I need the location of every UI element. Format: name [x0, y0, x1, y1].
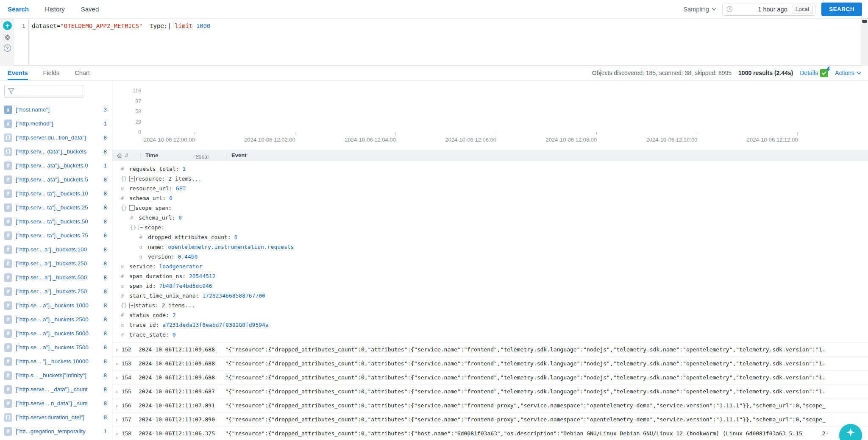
field-list-item[interactable]: α["host.name"]3: [4, 103, 112, 117]
row-event-json: "{"resource":{"dropped_attributes_count"…: [225, 388, 868, 395]
detail-tree-line: αversion: 0.44b0: [112, 252, 868, 262]
detail-value: loadgenerator: [159, 263, 202, 270]
timezone-column-dropdown[interactable]: Local: [195, 152, 200, 159]
field-count: 8: [103, 386, 107, 393]
field-list-item[interactable]: #["http.serv... ata"]._buckets.58: [4, 173, 112, 187]
sampling-label: Sampling: [684, 6, 709, 13]
detail-key: requests_total:: [129, 166, 182, 172]
field-count: 8: [103, 288, 107, 295]
expand-chevron-icon[interactable]: ›: [116, 402, 122, 409]
x-axis-tick: [797, 132, 798, 135]
expand-chevron-icon[interactable]: ›: [116, 430, 122, 437]
field-list-item[interactable]: #["http.ser... a"]._buckets.5008: [4, 270, 112, 284]
help-icon[interactable]: ?: [4, 45, 11, 52]
field-list-item[interactable]: #["http.serve... _data"]._count8: [4, 382, 112, 396]
field-name: ["http.se... a"]._buckets.7500: [16, 344, 100, 351]
tab-chart[interactable]: Chart: [75, 66, 89, 80]
table-row[interactable]: ›1552024-10-06T12:11:09.687"{"resource":…: [112, 384, 868, 398]
detail-value: 2: [172, 312, 176, 318]
field-list-item[interactable]: α["http.method"]1: [4, 117, 112, 131]
detail-tree-line: αresource_url: GET: [112, 184, 868, 193]
field-list-item[interactable]: #["http.se... a"]._buckets.25008: [4, 312, 112, 326]
detail-tree-line: αname: opentelemetry.instrumentation.req…: [112, 242, 868, 252]
search-button[interactable]: SEARCH: [821, 3, 862, 16]
detail-key: resource:: [135, 175, 168, 182]
actions-dropdown[interactable]: Actions: [835, 70, 861, 76]
table-row[interactable]: ›1532024-10-06T12:11:09.688"{"resource":…: [112, 356, 868, 370]
collapse-icon[interactable]: −: [139, 225, 144, 230]
status-area: Objects discovered: 185, scanned: 38, sk…: [592, 69, 861, 77]
tab-fields[interactable]: Fields: [43, 66, 60, 80]
table-row[interactable]: ›1582024-10-06T12:11:06.375"{"resource":…: [112, 426, 868, 440]
expand-chevron-icon[interactable]: ›: [116, 346, 122, 353]
field-type-icon: {}: [4, 413, 12, 422]
field-list-item[interactable]: #["http.serv... ta"]._buckets.508: [4, 214, 112, 228]
field-list-item[interactable]: #["http.serv... ata"]._buckets.01: [4, 159, 112, 173]
expanded-event-detail: #requests_total: 1{}+resource: 2 items..…: [112, 161, 868, 342]
detail-key: status:: [135, 302, 162, 309]
field-name: ["http.server.duration_otel"]: [16, 414, 100, 421]
field-list-item[interactable]: #["http.ser... a"]._buckets.1008: [4, 242, 112, 256]
details-link[interactable]: Details: [800, 69, 828, 77]
field-list-item[interactable]: #["http.s... _buckets["Infinity"]8: [4, 368, 112, 382]
ai-assistant-button[interactable]: [3, 21, 12, 30]
y-axis-tick-label: 116: [116, 88, 141, 94]
table-row[interactable]: ›1542024-10-06T12:11:09.688"{"resource":…: [112, 370, 868, 384]
field-list-item[interactable]: #["http.se... a"]._buckets.75008: [4, 340, 112, 354]
field-count: 8: [103, 414, 107, 421]
settings-gear-icon[interactable]: [3, 33, 11, 42]
y-axis-tick-label: 29: [116, 119, 141, 125]
field-type-icon: #: [4, 329, 12, 338]
table-row[interactable]: ›1522024-10-06T12:11:09.688"{"resource":…: [112, 342, 868, 356]
field-list-item[interactable]: #["htt...gregation_temporality1: [4, 424, 112, 438]
field-list-item[interactable]: #["http.ser... a"]._buckets.2508: [4, 256, 112, 270]
editor-scrollbar[interactable]: [861, 19, 868, 65]
field-list-item[interactable]: #["http.se... a"]._buckets.50008: [4, 326, 112, 340]
detail-key: status_code:: [129, 312, 172, 318]
row-number: 155: [122, 388, 139, 395]
expand-chevron-icon[interactable]: ›: [116, 374, 122, 381]
field-list-item[interactable]: #["http.serv... ta"]._buckets.758: [4, 228, 112, 242]
table-row[interactable]: ›1572024-10-06T12:11:07.890"{"resource":…: [112, 412, 868, 426]
nav-tab-saved[interactable]: Saved: [81, 6, 99, 13]
expand-chevron-icon[interactable]: ›: [116, 416, 122, 423]
expand-chevron-icon[interactable]: ›: [116, 360, 122, 367]
field-list-item[interactable]: {}["http.serv... data"]._buckets8: [4, 145, 112, 159]
sampling-dropdown[interactable]: Sampling: [684, 6, 716, 13]
type-num-icon: #: [121, 166, 129, 172]
detail-tree-line: #dropped_attributes_count: 0: [112, 232, 868, 242]
field-list-item[interactable]: #["http.se... "]._buckets.100008: [4, 354, 112, 368]
expand-icon[interactable]: +: [129, 303, 135, 308]
field-count: 8: [103, 372, 107, 379]
nav-tab-history[interactable]: History: [45, 6, 65, 13]
detail-tree-line: #status_code: 2: [112, 310, 868, 320]
field-name: ["http.serv... ta"]._buckets.10: [16, 190, 100, 197]
field-list-item[interactable]: #["http.serv... ta"]._buckets.258: [4, 201, 112, 214]
field-type-icon: #: [4, 385, 12, 394]
field-list-item[interactable]: #["http.ser... a"]._buckets.7508: [4, 284, 112, 298]
field-name: ["http.se... a"]._buckets.2500: [16, 316, 100, 323]
field-name: ["http.ser... a"]._buckets.500: [16, 274, 100, 281]
field-list-item[interactable]: {}["http.server.duration_otel"]8: [4, 410, 112, 424]
field-filter-input[interactable]: [4, 85, 83, 98]
query-input[interactable]: dataset="OTELDEMO_APP2_METRICS" type:| l…: [28, 19, 868, 65]
query-status-check-icon: [820, 69, 828, 77]
expand-icon[interactable]: +: [129, 176, 135, 181]
tab-events[interactable]: Events: [8, 66, 28, 80]
field-list-item[interactable]: #["http.serve... n_data"]._sum8: [4, 396, 112, 410]
field-list-item[interactable]: {}["http.server.du...tion_data"]8: [4, 131, 112, 145]
timezone-button[interactable]: Local: [792, 5, 813, 14]
nav-tab-search[interactable]: Search: [8, 6, 29, 13]
expand-chevron-icon[interactable]: ›: [116, 388, 122, 395]
detail-tree-line: #schema_url: 0: [112, 213, 868, 223]
field-list-item[interactable]: #["http.se... a"]._buckets.10008: [4, 298, 112, 312]
table-row[interactable]: ›1562024-10-06T12:11:07.891"{"resource":…: [112, 398, 868, 412]
table-settings-gear-icon[interactable]: [116, 153, 122, 159]
detail-tree-line: αspan_id: 7b48f7e4bd5dc946: [112, 281, 868, 291]
field-list-item[interactable]: #["http.serv... ta"]._buckets.108: [4, 187, 112, 201]
scrollbar-thumb[interactable]: [862, 20, 867, 23]
time-range-picker[interactable]: 1 hour ago Local: [722, 3, 815, 16]
field-type-icon: #: [4, 189, 12, 198]
collapse-icon[interactable]: −: [129, 205, 135, 211]
type-str-icon: α: [139, 254, 148, 260]
